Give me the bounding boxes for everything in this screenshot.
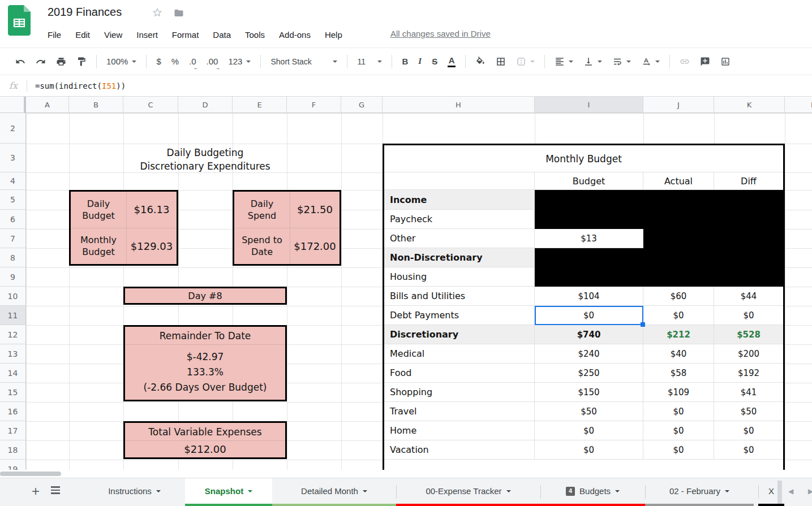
cell-budget[interactable]: $250 — [535, 364, 643, 382]
row-header-6[interactable]: 6 — [0, 210, 26, 229]
box-row[interactable]: Monthly Budget$129.03 — [71, 228, 177, 265]
cell-actual[interactable]: $109 — [643, 383, 714, 401]
selected-cell[interactable] — [535, 306, 643, 325]
strikethrough-button[interactable]: S — [432, 57, 437, 66]
menu-view[interactable]: View — [104, 30, 122, 40]
row-header-12[interactable]: 12 — [0, 325, 26, 344]
horizontal-align-icon[interactable] — [555, 57, 573, 67]
undo-icon[interactable] — [15, 57, 25, 67]
row-header-19[interactable]: 19 — [0, 460, 26, 470]
row-header-16[interactable]: 16 — [0, 402, 26, 421]
cell-actual[interactable]: $0 — [643, 440, 714, 459]
insert-comment-icon[interactable] — [700, 57, 710, 67]
remainder-box[interactable]: Remainder To Date$-42.97133.3%(-2.66 Day… — [123, 325, 287, 401]
increase-decimal-button[interactable]: .00→ — [207, 57, 218, 66]
folder-icon[interactable] — [173, 8, 184, 18]
borders-icon[interactable] — [496, 57, 506, 67]
sheet-tab-x[interactable]: X — [758, 478, 784, 506]
sheet-tab-budgets[interactable]: 4Budgets — [540, 478, 645, 506]
row-header-8[interactable]: 8 — [0, 248, 26, 267]
row-header-14[interactable]: 14 — [0, 364, 26, 383]
box-row[interactable]: Spend to Date$172.00 — [234, 228, 340, 265]
menu-add-ons[interactable]: Add-ons — [279, 30, 311, 40]
table-row-food[interactable]: Food$250$58$192 — [384, 364, 783, 383]
cell-budget[interactable]: $240 — [535, 344, 643, 363]
font-family-select[interactable]: Short Stack — [270, 57, 337, 66]
table-row-bills-and-utilities[interactable]: Bills and Utilities$104$60$44 — [384, 287, 783, 306]
cell-actual[interactable]: $60 — [643, 287, 714, 305]
row-header-18[interactable]: 18 — [0, 440, 26, 460]
daily-budget-box[interactable]: Daily Budget$16.13Monthly Budget$129.03 — [69, 190, 178, 266]
cell-budget[interactable]: $50 — [535, 402, 643, 421]
sheet-tab-02-february[interactable]: 02 - February — [645, 478, 754, 506]
cell-actual[interactable]: $58 — [643, 364, 714, 382]
row-header-11[interactable]: 11 — [0, 306, 26, 325]
column-header-L[interactable]: L — [785, 97, 812, 113]
cell-diff[interactable]: $0 — [714, 306, 783, 325]
decrease-decimal-button[interactable]: .0← — [189, 57, 196, 66]
menu-format[interactable]: Format — [172, 30, 199, 40]
cell-diff[interactable]: $0 — [714, 421, 783, 440]
number-format-menu[interactable]: 123 — [228, 57, 251, 66]
scrollbar-thumb[interactable] — [0, 472, 61, 476]
total-expenses-box[interactable]: Total Variable Expenses$212.00 — [123, 421, 287, 459]
row-header-15[interactable]: 15 — [0, 383, 26, 402]
cell-budget[interactable]: $0 — [535, 421, 643, 440]
italic-button[interactable]: I — [418, 57, 422, 66]
table-row-home[interactable]: Home$0$0$0 — [384, 421, 783, 440]
save-status[interactable]: All changes saved in Drive — [390, 29, 491, 38]
cell-diff[interactable]: $528 — [714, 325, 783, 344]
column-header-H[interactable]: H — [383, 97, 535, 113]
table-row-vacation[interactable]: Vacation$0$0$0 — [384, 440, 783, 460]
row-header-3[interactable]: 3 — [0, 144, 26, 172]
menu-edit[interactable]: Edit — [75, 30, 90, 40]
row-header-2[interactable]: 2 — [0, 113, 26, 144]
paint-format-icon[interactable] — [76, 57, 87, 67]
row-header-10[interactable]: 10 — [0, 287, 26, 306]
all-sheets-menu-icon[interactable] — [51, 486, 60, 494]
cell-diff[interactable]: $41 — [714, 383, 783, 401]
star-icon[interactable] — [152, 7, 163, 18]
horizontal-scrollbar[interactable] — [0, 470, 812, 478]
sheet-tab-00-expense-tracker[interactable]: 00-Expense Tracker — [396, 478, 540, 506]
cell-actual[interactable]: $0 — [643, 402, 714, 421]
percent-format-button[interactable]: % — [171, 57, 179, 66]
currency-format-button[interactable]: $ — [156, 57, 161, 66]
column-header-F[interactable]: F — [287, 97, 341, 113]
text-rotation-icon[interactable] — [641, 57, 660, 67]
cell-budget[interactable]: $0 — [535, 440, 643, 459]
sheet-tab-instructions[interactable]: Instructions — [84, 478, 185, 506]
document-title[interactable]: 2019 Finances — [48, 6, 122, 19]
zoom-select[interactable]: 100% — [106, 57, 136, 66]
column-header-A[interactable]: A — [26, 97, 69, 113]
cell-diff[interactable]: $50 — [714, 402, 783, 421]
text-color-button[interactable]: A — [448, 55, 456, 67]
menu-tools[interactable]: Tools — [245, 30, 265, 40]
sheet-tab-snapshot[interactable]: Snapshot — [185, 478, 272, 506]
row-header-5[interactable]: 5 — [0, 190, 26, 210]
row-header-13[interactable]: 13 — [0, 344, 26, 364]
cell-actual[interactable]: $212 — [643, 325, 714, 344]
row-header-9[interactable]: 9 — [0, 267, 26, 287]
column-header-B[interactable]: B — [69, 97, 123, 113]
column-header-J[interactable]: J — [643, 97, 714, 113]
cell-diff[interactable]: $192 — [714, 364, 783, 382]
monthly-budget-table[interactable]: Monthly BudgetBudgetActualDiffIncomePayc… — [383, 144, 785, 470]
cell-budget[interactable]: $150 — [535, 383, 643, 401]
box-row[interactable]: Daily Spend$21.50 — [234, 192, 340, 228]
cell-budget[interactable]: $104 — [535, 287, 643, 305]
sheet-tab-detailed-month[interactable]: Detailed Month — [272, 478, 396, 506]
spreadsheet-grid[interactable]: ABCDEFGHIJKL2345678910111213141516171819… — [0, 97, 812, 470]
column-header-G[interactable]: G — [341, 97, 383, 113]
fill-handle[interactable] — [641, 322, 645, 327]
table-row-discretionary[interactable]: Discretionary$740$212$528 — [384, 325, 783, 344]
cell-budget[interactable]: $740 — [535, 325, 643, 344]
table-row-travel[interactable]: Travel$50$0$50 — [384, 402, 783, 421]
tab-nav-right-icon[interactable]: ▶ — [808, 487, 812, 495]
menu-data[interactable]: Data — [213, 30, 231, 40]
cell-diff[interactable]: $0 — [714, 440, 783, 459]
print-icon[interactable] — [56, 57, 66, 67]
select-all-corner[interactable] — [0, 97, 26, 113]
column-header-D[interactable]: D — [178, 97, 233, 113]
bold-button[interactable]: B — [402, 57, 408, 66]
